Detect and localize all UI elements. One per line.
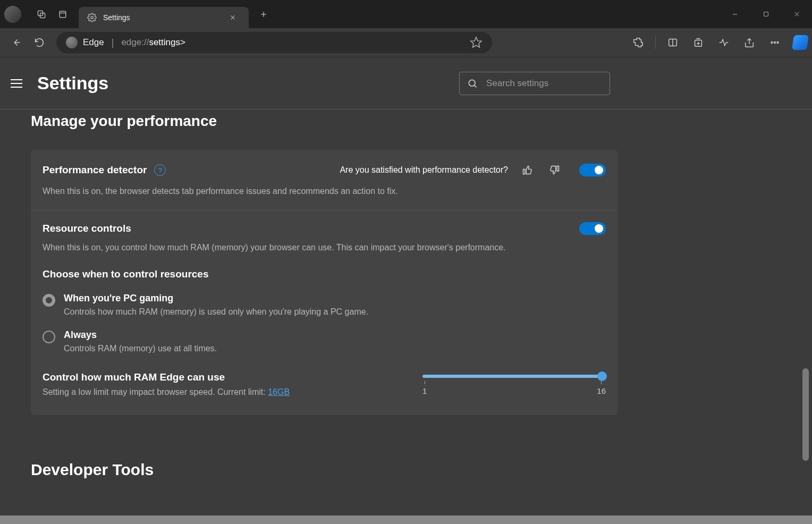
svg-rect-2 <box>60 11 66 18</box>
svg-line-26 <box>474 85 476 87</box>
close-tab-button[interactable] <box>225 10 240 25</box>
close-window-button[interactable] <box>781 4 812 25</box>
thumbs-up-button[interactable] <box>519 162 536 179</box>
slider-min-label: 1 <box>422 381 427 395</box>
radio-pc-gaming-input[interactable] <box>43 294 55 307</box>
url-path: settings> <box>149 37 185 48</box>
svg-point-24 <box>777 42 779 44</box>
edge-logo-icon <box>66 37 78 48</box>
ram-slider-row: Control how much RAM Edge can use Settin… <box>43 371 606 402</box>
profile-avatar[interactable] <box>4 6 21 23</box>
search-icon <box>467 78 478 89</box>
collections-icon[interactable] <box>687 31 710 54</box>
extensions-icon[interactable] <box>627 31 650 54</box>
search-input[interactable] <box>486 78 602 89</box>
toolbar: Edge | edge://settings> <box>0 28 812 57</box>
radio-pc-gaming-desc: Controls how much RAM (memory) is used o… <box>64 307 368 317</box>
scrollbar-thumb[interactable] <box>802 368 809 461</box>
more-menu-icon[interactable] <box>763 31 786 54</box>
favorite-star-icon[interactable] <box>470 36 483 49</box>
refresh-button[interactable] <box>28 31 51 54</box>
maximize-button[interactable] <box>750 4 781 25</box>
copilot-button[interactable] <box>792 35 809 50</box>
ram-slider[interactable] <box>422 375 606 378</box>
new-tab-button[interactable] <box>253 4 274 25</box>
tab-title: Settings <box>103 13 225 22</box>
svg-rect-10 <box>764 12 768 16</box>
perf-detector-title: Performance detector <box>43 164 147 176</box>
radio-always-input[interactable] <box>43 331 55 343</box>
ram-current-limit[interactable]: 16GB <box>268 387 290 396</box>
section-developer-tools: Developer Tools <box>31 461 781 479</box>
perf-detector-desc: When this is on, the browser detects tab… <box>43 185 606 197</box>
ram-slider-thumb[interactable] <box>597 371 607 381</box>
performance-icon[interactable] <box>712 31 735 54</box>
radio-always-desc: Controls RAM (memory) use at all times. <box>64 344 217 353</box>
browser-tab[interactable]: Settings <box>79 7 249 28</box>
radio-pc-gaming-title: When you're PC gaming <box>64 293 368 304</box>
radio-always-title: Always <box>64 329 217 341</box>
bottom-strip <box>0 515 812 524</box>
svg-point-23 <box>774 42 776 44</box>
thumbs-down-button[interactable] <box>546 162 563 179</box>
help-icon[interactable]: ? <box>154 164 166 176</box>
page-title: Settings <box>37 73 108 94</box>
performance-detector-row: Performance detector ? Are you satisfied… <box>31 150 618 210</box>
toolbar-separator <box>655 36 656 49</box>
perf-detector-toggle[interactable] <box>579 164 606 176</box>
menu-button[interactable] <box>11 75 28 92</box>
svg-marker-14 <box>471 37 481 47</box>
tab-actions-icon[interactable] <box>52 4 73 25</box>
resource-controls-row: Resource controls When this is on, you c… <box>31 210 618 415</box>
split-screen-icon[interactable] <box>661 31 684 54</box>
svg-point-4 <box>91 16 94 19</box>
svg-point-25 <box>469 80 475 86</box>
workspaces-icon[interactable] <box>31 4 52 25</box>
window-controls <box>720 4 812 25</box>
settings-header: Settings <box>0 57 812 109</box>
resource-controls-toggle[interactable] <box>579 222 606 235</box>
back-button[interactable] <box>4 31 28 54</box>
titlebar: Settings <box>0 0 812 28</box>
gear-icon <box>87 13 97 22</box>
resource-controls-title: Resource controls <box>43 223 131 234</box>
share-icon[interactable] <box>738 31 761 54</box>
ram-slider-desc-text: Setting a low limit may impact browser s… <box>43 387 268 396</box>
resource-controls-desc: When this is on, you control how much RA… <box>43 241 606 253</box>
address-bar[interactable]: Edge | edge://settings> <box>56 32 492 53</box>
radio-pc-gaming[interactable]: When you're PC gaming Controls how much … <box>43 293 606 317</box>
url-protocol: edge:// <box>121 37 149 48</box>
address-separator: | <box>112 37 114 48</box>
ram-slider-title: Control how much RAM Edge can use <box>43 371 412 383</box>
choose-resources-label: Choose when to control resources <box>43 268 606 280</box>
section-manage-performance: Manage your performance <box>31 113 781 130</box>
svg-point-22 <box>771 42 773 44</box>
search-settings-box[interactable] <box>459 72 610 95</box>
slider-max-label: 16 <box>597 381 606 395</box>
ram-slider-desc: Setting a low limit may impact browser s… <box>43 387 412 397</box>
minimize-button[interactable] <box>720 4 750 25</box>
content-area: Manage your performance Performance dete… <box>0 109 812 524</box>
address-label: Edge <box>83 37 104 48</box>
radio-always[interactable]: Always Controls RAM (memory) use at all … <box>43 329 606 353</box>
performance-card: Performance detector ? Are you satisfied… <box>31 150 618 415</box>
feedback-question: Are you satisfied with performance detec… <box>340 165 508 175</box>
